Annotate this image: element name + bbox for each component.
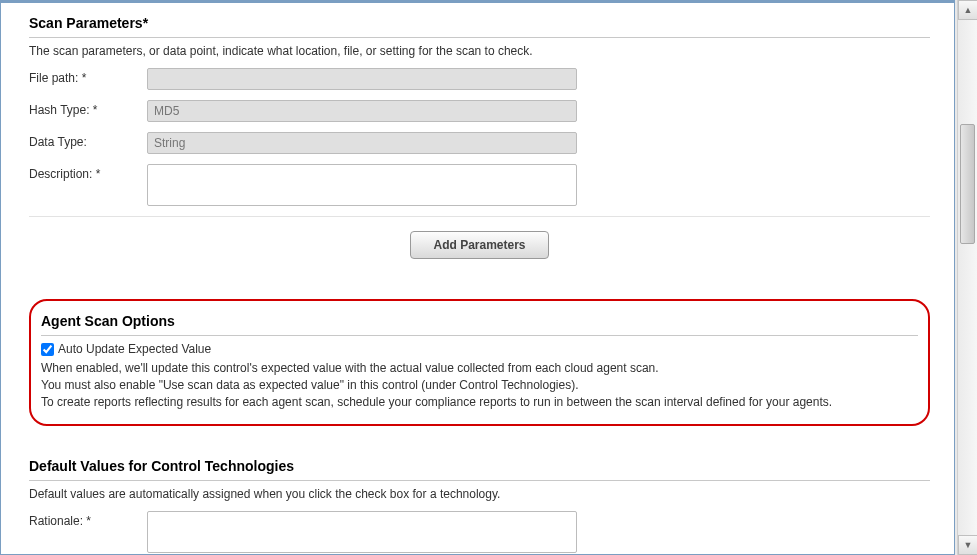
description-input[interactable] bbox=[147, 164, 577, 206]
divider bbox=[29, 216, 930, 217]
hash-type-label: Hash Type: * bbox=[29, 100, 147, 117]
agent-scan-options-highlight: Agent Scan Options Auto Update Expected … bbox=[29, 299, 930, 426]
scrollbar-track[interactable] bbox=[958, 20, 977, 535]
data-type-label: Data Type: bbox=[29, 132, 147, 149]
auto-update-label: Auto Update Expected Value bbox=[58, 342, 211, 356]
agent-help-line3: To create reports reflecting results for… bbox=[41, 394, 918, 411]
agent-scan-options-title: Agent Scan Options bbox=[41, 309, 918, 336]
scan-parameters-title: Scan Parameters* bbox=[29, 11, 930, 38]
agent-help-line1: When enabled, we'll update this control'… bbox=[41, 360, 918, 377]
file-path-label: File path: * bbox=[29, 68, 147, 85]
default-values-desc: Default values are automatically assigne… bbox=[29, 487, 930, 501]
rationale-label: Rationale: * bbox=[29, 511, 147, 528]
hash-type-input[interactable] bbox=[147, 100, 577, 122]
data-type-input[interactable] bbox=[147, 132, 577, 154]
file-path-input[interactable] bbox=[147, 68, 577, 90]
agent-help-line2: You must also enable "Use scan data as e… bbox=[41, 377, 918, 394]
auto-update-checkbox[interactable] bbox=[41, 343, 54, 356]
default-values-title: Default Values for Control Technologies bbox=[29, 454, 930, 481]
scroll-up-arrow-icon[interactable]: ▲ bbox=[958, 0, 977, 20]
scroll-down-arrow-icon[interactable]: ▼ bbox=[958, 535, 977, 555]
vertical-scrollbar[interactable]: ▲ ▼ bbox=[957, 0, 977, 555]
add-parameters-button[interactable]: Add Parameters bbox=[410, 231, 548, 259]
scrollbar-thumb[interactable] bbox=[960, 124, 975, 244]
rationale-input[interactable] bbox=[147, 511, 577, 553]
scan-parameters-desc: The scan parameters, or data point, indi… bbox=[29, 44, 930, 58]
description-label: Description: * bbox=[29, 164, 147, 181]
